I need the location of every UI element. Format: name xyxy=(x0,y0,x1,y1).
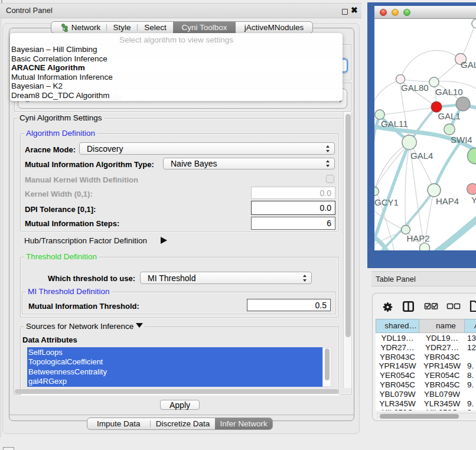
svg-text:SWI4: SWI4 xyxy=(451,135,472,145)
svg-text:HAP2: HAP2 xyxy=(407,233,430,243)
svg-text:GCY1: GCY1 xyxy=(374,197,399,207)
svg-text:GAL1: GAL1 xyxy=(438,111,460,121)
svg-text:HAP4: HAP4 xyxy=(436,196,459,206)
svg-text:GAL10: GAL10 xyxy=(435,87,463,97)
svg-text:GAL2: GAL2 xyxy=(461,60,476,70)
svg-text:GAL11: GAL11 xyxy=(381,119,408,129)
svg-text:GAL80: GAL80 xyxy=(401,83,429,93)
svg-text:Y: Y xyxy=(471,195,476,205)
svg-text:GAL4: GAL4 xyxy=(410,151,433,161)
